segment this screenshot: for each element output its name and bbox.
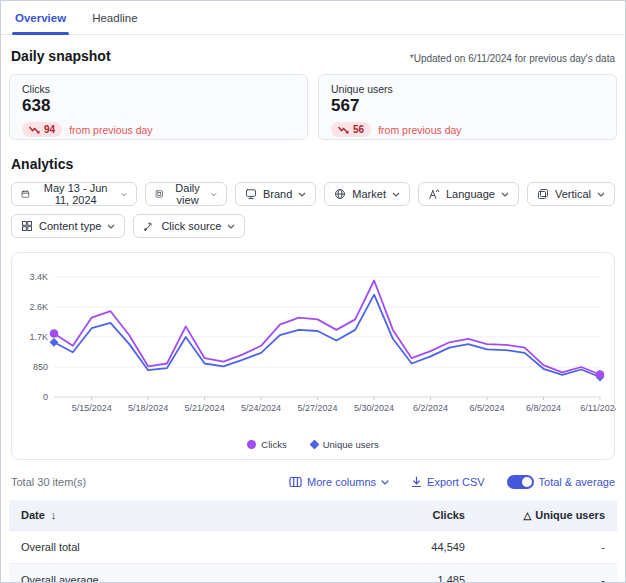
filter-row-2: Content type Click source [11, 214, 615, 238]
clicks-card-value: 638 [22, 96, 295, 116]
chevron-down-icon [121, 192, 127, 197]
unique-users-card-value: 567 [331, 96, 604, 116]
svg-text:6/11/2024: 6/11/2024 [580, 403, 616, 413]
more-columns-button[interactable]: More columns [289, 476, 389, 488]
daily-view-icon [155, 188, 164, 200]
filter-row-1: May 13 - Jun 11, 2024 Daily view Brand M… [11, 182, 615, 206]
svg-text:3.4K: 3.4K [29, 272, 48, 282]
filter-content-type[interactable]: Content type [11, 214, 125, 238]
analytics-dashboard: Overview Headline Daily snapshot *Update… [0, 0, 626, 583]
tab-bar: Overview Headline [1, 1, 625, 35]
columns-icon [289, 476, 302, 488]
svg-text:1.7K: 1.7K [29, 332, 48, 342]
filter-brand[interactable]: Brand [235, 182, 316, 206]
chevron-down-icon [381, 480, 389, 485]
svg-text:6/8/2024: 6/8/2024 [526, 403, 561, 413]
svg-text:5/27/2024: 5/27/2024 [298, 403, 338, 413]
svg-text:5/24/2024: 5/24/2024 [241, 403, 281, 413]
clicks-series-marker-icon [247, 440, 256, 449]
snapshot-cards: Clicks 638 94 from previous day Unique u… [9, 74, 617, 140]
warning-triangle-icon: △ [524, 510, 532, 521]
table-row-overall-total: Overall total 44,549 - [9, 531, 617, 564]
cell-date: Overall total [9, 531, 327, 564]
svg-text:6/2/2024: 6/2/2024 [413, 403, 448, 413]
filter-market[interactable]: Market [324, 182, 410, 206]
click-arrow-icon [143, 220, 155, 232]
svg-text:5/18/2024: 5/18/2024 [128, 403, 168, 413]
table-row-overall-average: Overall average 1,485 - [9, 564, 617, 583]
calendar-icon [21, 188, 30, 200]
chevron-down-icon [501, 192, 509, 197]
filter-daily-view[interactable]: Daily view [145, 182, 227, 206]
total-items-text: Total 30 item(s) [11, 476, 267, 488]
chart-legend: Clicks Unique users [14, 437, 612, 455]
total-average-toggle[interactable] [507, 475, 534, 489]
chevron-down-icon [227, 224, 235, 229]
svg-text:0: 0 [43, 392, 48, 402]
clicks-card: Clicks 638 94 from previous day [9, 74, 308, 140]
svg-text:5/30/2024: 5/30/2024 [354, 403, 394, 413]
filter-language[interactable]: Language [418, 182, 519, 206]
unique-users-card-label: Unique users [331, 83, 604, 95]
filter-date-range[interactable]: May 13 - Jun 11, 2024 [11, 182, 137, 206]
table-controls: Total 30 item(s) More columns Export CSV… [11, 475, 615, 489]
daily-snapshot-title: Daily snapshot [11, 48, 111, 64]
chevron-down-icon [392, 192, 400, 197]
cell-unique-users: - [477, 531, 617, 564]
filter-vertical[interactable]: Vertical [527, 182, 615, 206]
unique-users-delta-badge: 56 [331, 122, 371, 137]
filter-click-source[interactable]: Click source [133, 214, 245, 238]
trending-down-icon [29, 126, 40, 134]
tab-overview[interactable]: Overview [15, 12, 66, 34]
clicks-card-label: Clicks [22, 83, 295, 95]
updated-note: *Updated on 6/11/2024 for previous day's… [410, 53, 615, 64]
svg-text:5/21/2024: 5/21/2024 [185, 403, 225, 413]
grid-icon [21, 220, 33, 232]
tab-headline[interactable]: Headline [92, 12, 137, 34]
cell-clicks: 44,549 [327, 531, 477, 564]
analytics-chart-card: 08501.7K2.6K3.4K5/15/20245/18/20245/21/2… [11, 252, 615, 460]
chevron-down-icon [298, 192, 306, 197]
legend-unique-users[interactable]: Unique users [311, 439, 379, 450]
unique-users-card: Unique users 567 56 from previous day [318, 74, 617, 140]
unique-users-delta-text: from previous day [378, 124, 461, 136]
clicks-delta-badge: 94 [22, 122, 62, 137]
sort-descending-icon[interactable]: ↓ [51, 509, 57, 521]
chevron-down-icon [211, 192, 217, 197]
cell-unique-users: - [477, 564, 617, 583]
svg-text:5/15/2024: 5/15/2024 [72, 403, 112, 413]
column-header-date[interactable]: Date↓ [9, 500, 327, 531]
unique-users-series-marker-icon [309, 440, 319, 450]
layers-icon [537, 188, 549, 200]
chevron-down-icon [597, 192, 605, 197]
device-icon [245, 188, 257, 200]
chevron-down-icon [107, 224, 115, 229]
svg-text:6/5/2024: 6/5/2024 [470, 403, 505, 413]
download-icon [411, 476, 422, 488]
column-header-clicks[interactable]: Clicks [327, 500, 477, 531]
analytics-title: Analytics [11, 156, 615, 172]
cell-date: Overall average [9, 564, 327, 583]
column-header-unique-users[interactable]: △Unique users [477, 500, 617, 531]
svg-text:2.6K: 2.6K [29, 302, 48, 312]
export-csv-button[interactable]: Export CSV [411, 476, 484, 488]
analytics-table: Date↓ Clicks △Unique users Overall total… [9, 500, 617, 583]
language-icon [428, 188, 440, 200]
line-chart: 08501.7K2.6K3.4K5/15/20245/18/20245/21/2… [14, 261, 616, 433]
legend-clicks[interactable]: Clicks [247, 439, 286, 450]
total-average-label: Total & average [539, 476, 615, 488]
total-average-control: Total & average [507, 475, 615, 489]
table-header-row: Date↓ Clicks △Unique users [9, 500, 617, 531]
globe-icon [334, 188, 346, 200]
clicks-delta-text: from previous day [69, 124, 152, 136]
cell-clicks: 1,485 [327, 564, 477, 583]
trending-down-icon [338, 126, 349, 134]
svg-text:850: 850 [33, 362, 48, 372]
